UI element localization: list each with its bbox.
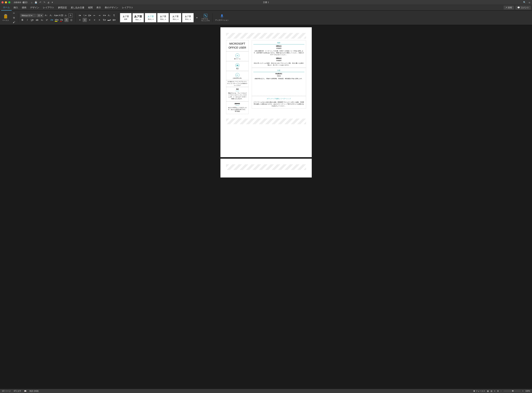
clear-format-icon[interactable]: A⌫: [59, 13, 63, 18]
numbering-icon[interactable]: ⒈▾: [83, 13, 87, 18]
inc-indent-icon[interactable]: ⇥: [97, 13, 101, 18]
sort-icon[interactable]: A↓: [107, 13, 111, 18]
phone-icon: ☎: [235, 63, 239, 67]
dec-indent-icon[interactable]: ⇤: [92, 13, 97, 18]
line-spacing-icon[interactable]: ⇅▾: [102, 18, 106, 22]
style-normal[interactable]: あア亜標準: [120, 13, 132, 22]
page-2[interactable]: [221, 159, 312, 177]
superscript-button[interactable]: x²: [45, 18, 49, 22]
show-marks-icon[interactable]: ¶: [112, 13, 116, 18]
tab-layout[interactable]: レイアウト: [41, 5, 56, 10]
save-icon[interactable]: 💾: [35, 1, 37, 4]
format-painter-icon[interactable]: 🖌: [12, 20, 16, 24]
shrink-font-icon[interactable]: A↓: [49, 13, 53, 18]
email-block[interactable]: ✉ 電子メール: [226, 51, 249, 61]
enclose-char-icon[interactable]: ㊛: [69, 18, 74, 22]
linkedin-block[interactable]: in LINKEDIN URL: [226, 71, 249, 80]
underline-button[interactable]: U▾: [30, 18, 34, 22]
tab-design[interactable]: デザイン: [28, 5, 41, 10]
qat-more[interactable]: ▾: [52, 1, 53, 4]
redo-icon[interactable]: ↷: [44, 1, 45, 4]
account-icon[interactable]: ☺: [528, 1, 531, 4]
char-border-icon[interactable]: A: [69, 13, 73, 18]
tab-draw[interactable]: 描画: [20, 5, 28, 10]
distribute-icon[interactable]: ≡: [97, 18, 101, 22]
zoom-out[interactable]: −: [501, 390, 502, 392]
styles-pane-button[interactable]: スタイル ウィンドウ: [200, 13, 211, 22]
align-left-icon[interactable]: ≡: [78, 18, 82, 22]
zoom-slider[interactable]: [504, 391, 521, 391]
borders-icon[interactable]: ⊞▾: [112, 18, 116, 22]
style-heading2[interactable]: あア亜見出し 2: [145, 13, 157, 22]
comments-button[interactable]: 💬 コメント: [515, 6, 531, 10]
bold-button[interactable]: B: [20, 18, 25, 22]
style-heading5[interactable]: あア亜見出し 5: [182, 13, 194, 22]
autosave-toggle[interactable]: オフ: [22, 1, 28, 4]
education-block[interactable]: 学歴 学位/取得日 学校名 成績評価を記入し、関連する授業課程、受賞経歴、表彰履…: [252, 68, 306, 96]
tab-review[interactable]: 校閲: [86, 5, 94, 10]
copy-icon[interactable]: ⧉: [12, 16, 16, 20]
grow-font-icon[interactable]: A↑: [44, 13, 48, 18]
undo-icon[interactable]: ↶: [39, 1, 41, 4]
strike-button[interactable]: ab: [35, 18, 39, 22]
styles-more-icon[interactable]: ▾: [195, 16, 199, 20]
bullets-icon[interactable]: ≡▾: [78, 13, 82, 18]
share-button[interactable]: ↗ 共有: [504, 6, 514, 10]
subscript-button[interactable]: x₂: [40, 18, 44, 22]
tab-mailings[interactable]: 差し込み文書: [69, 5, 86, 10]
change-case-icon[interactable]: Aa▾: [54, 13, 58, 18]
font-name-selector[interactable]: Meiryo UI ▾: [20, 14, 36, 17]
tab-references[interactable]: 参照設定: [56, 5, 69, 10]
shading-icon[interactable]: ▬▾: [107, 18, 111, 22]
tab-view[interactable]: 表示: [94, 5, 103, 10]
focus-mode[interactable]: ▣ フォーカス: [473, 390, 485, 393]
align-center-icon[interactable]: ≡: [83, 18, 87, 22]
phonetic-icon[interactable]: ル: [64, 13, 68, 18]
paste-button[interactable]: ペースト: [1, 14, 10, 22]
search-icon[interactable]: 🔍: [523, 1, 526, 4]
skills-block[interactable]: 資格/特技 あなたの得意なことを記入します。あなたは長所は何ですか。専門用語: [226, 101, 249, 114]
word-count[interactable]: 471 文字: [14, 390, 21, 393]
zoom-in[interactable]: +: [522, 390, 523, 392]
tab-home[interactable]: ホーム: [1, 5, 12, 10]
view-web-icon[interactable]: ▤: [491, 390, 492, 392]
page-1[interactable]: MICROSOFT OFFICE USER ✉ 電子メール ☎ 電話 in LI…: [221, 27, 312, 157]
maximize-window[interactable]: [8, 1, 10, 3]
page-count[interactable]: 1/2 ページ: [2, 390, 11, 393]
document-canvas[interactable]: MICROSOFT OFFICE USER ✉ 電子メール ☎ 電話 in LI…: [0, 25, 532, 389]
align-right-icon[interactable]: ≡: [88, 18, 92, 22]
tab-table-design[interactable]: 表のデザイン: [103, 5, 120, 10]
tab-insert[interactable]: 挿入: [12, 5, 20, 10]
view-draft-icon[interactable]: ≣: [497, 390, 499, 392]
phone-block[interactable]: ☎ 電話: [226, 61, 249, 71]
objective-block[interactable]: 目的 開始するには、プレースホルダー テキストをクリックして入力します。1 つま…: [226, 87, 249, 101]
minimize-window[interactable]: [5, 1, 7, 3]
home-icon[interactable]: ⌂: [31, 1, 32, 4]
text-effects-icon[interactable]: A▾: [50, 18, 54, 22]
portfolio-text[interactable]: その他のオンラインのプロパティのリンク: ポートフォリオ/WEB サイト/ブログ: [226, 80, 249, 87]
language-status[interactable]: 英語 (米国): [29, 390, 39, 393]
spellcheck-icon[interactable]: 📖: [24, 390, 26, 392]
asian-layout-icon[interactable]: ✕▾: [102, 13, 106, 18]
font-color-icon[interactable]: A▾: [59, 18, 64, 22]
view-outline-icon[interactable]: ≡: [494, 390, 495, 392]
style-heading3[interactable]: あア亜見出し 3: [157, 13, 169, 22]
highlight-color-icon[interactable]: ab▾: [54, 18, 59, 22]
tab-table-layout[interactable]: レイアウト: [120, 5, 135, 10]
style-heading1[interactable]: あア亜見出し 1: [132, 13, 144, 22]
char-shading-icon[interactable]: A: [64, 18, 69, 22]
justify-icon[interactable]: ≡: [92, 18, 97, 22]
career-block[interactable]: 職歴 役職/会社 在職期間 主要な職務内容、リーダーとしての仕事、特筆すべき実績…: [252, 40, 306, 68]
zoom-level[interactable]: 100%: [525, 390, 530, 392]
dictation-button[interactable]: ディクテーション: [214, 14, 230, 22]
italic-button[interactable]: I: [25, 18, 29, 22]
volunteer-block[interactable]: ボランティア経験とリーダーシップ クラブ チームのまとめ役を務めた経験、慈善事業…: [252, 96, 306, 109]
name-field[interactable]: MICROSOFT OFFICE USER: [226, 40, 249, 51]
close-window[interactable]: [1, 1, 4, 3]
font-size-selector[interactable]: 22 ▾: [36, 14, 43, 17]
style-heading4[interactable]: あア亜見出し 4: [170, 13, 181, 22]
print-icon[interactable]: 🖨: [47, 1, 49, 4]
multilevel-icon[interactable]: ⊟▾: [88, 13, 92, 18]
cut-icon[interactable]: ✂: [12, 11, 16, 15]
view-print-icon[interactable]: ▦: [487, 390, 489, 392]
